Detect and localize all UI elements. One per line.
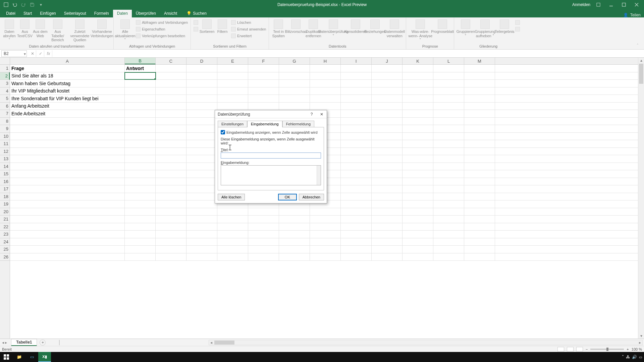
cell-C14[interactable] [156,163,186,170]
redo-icon[interactable] [20,1,27,8]
cell-G1[interactable] [279,65,310,72]
cell-F15[interactable] [248,170,279,178]
row-header[interactable]: 15 [0,170,10,178]
cell-E25[interactable] [217,246,248,253]
cell-A20[interactable] [10,208,125,216]
qat-dropdown-icon[interactable]: ▾ [38,1,44,8]
name-box[interactable]: B2▾ [1,50,27,57]
cell-J17[interactable] [372,185,402,193]
cell-J24[interactable] [372,238,402,246]
cell-F1[interactable] [248,65,279,72]
cell-G10[interactable] [279,133,310,140]
cell-G19[interactable] [279,200,310,208]
cell-K16[interactable] [402,178,433,185]
cell-E18[interactable] [217,193,248,200]
cell-A17[interactable] [10,185,125,193]
cell-E1[interactable] [217,65,248,72]
cell-B2[interactable] [125,72,156,80]
recent-sources-button[interactable]: Zuletzt verwendete Quellen [68,19,92,42]
cell-H7[interactable] [310,110,341,117]
cell-G8[interactable] [279,118,310,125]
cell-A22[interactable] [10,223,125,231]
cell-K9[interactable] [402,125,433,132]
cell-B19[interactable] [125,200,156,208]
cell-J25[interactable] [372,246,402,253]
cell-H25[interactable] [310,246,341,253]
tab-review[interactable]: Überprüfen [132,10,160,17]
cell-B24[interactable] [125,238,156,246]
from-web-button[interactable]: Aus dem Web [33,19,48,38]
tray-lang-icon[interactable]: ▭ [639,355,642,359]
cell-B5[interactable] [125,95,156,102]
cell-K14[interactable] [402,163,433,170]
cell-I17[interactable] [341,185,372,193]
cell-G23[interactable] [279,231,310,238]
cell-H22[interactable] [310,223,341,231]
cell-H11[interactable] [310,140,341,147]
cell-K18[interactable] [402,193,433,200]
cell-L3[interactable] [433,80,464,87]
cell-B10[interactable] [125,133,156,140]
what-if-button[interactable]: Was-wäre-wenn- Analyse ˅ [408,19,432,42]
cell-J5[interactable] [372,95,402,102]
cell-F9[interactable] [248,125,279,132]
cell-K17[interactable] [402,185,433,193]
row-header[interactable]: 1 [0,65,10,72]
cell-D1[interactable] [186,65,217,72]
cell-E22[interactable] [217,223,248,231]
cancel-formula-icon[interactable]: ✕ [29,50,36,57]
cell-E23[interactable] [217,231,248,238]
cell-E26[interactable] [217,253,248,261]
cell-K5[interactable] [402,95,433,102]
cell-H23[interactable] [310,231,341,238]
cell-M11[interactable] [464,140,495,147]
cell-D9[interactable] [186,125,217,132]
cell-L7[interactable] [433,110,464,117]
row-header[interactable]: 24 [0,238,10,246]
cell-D26[interactable] [186,253,217,261]
cell-I7[interactable] [341,110,372,117]
sort-button[interactable]: Sortieren [200,19,214,34]
new-sheet-button[interactable]: + [40,340,46,346]
cell-E5[interactable] [217,95,248,102]
cell-B3[interactable] [125,80,156,87]
cell-C11[interactable] [156,140,186,147]
cell-K2[interactable] [402,72,433,80]
cell-K22[interactable] [402,223,433,231]
cell-C15[interactable] [156,170,186,178]
cell-D13[interactable] [186,155,217,163]
cell-L15[interactable] [433,170,464,178]
cell-I11[interactable] [341,140,372,147]
cell-E13[interactable] [217,155,248,163]
cell-C21[interactable] [156,216,186,223]
cell-J11[interactable] [372,140,402,147]
cell-F3[interactable] [248,80,279,87]
chevron-down-icon[interactable]: ▾ [24,52,26,56]
cell-G14[interactable] [279,163,310,170]
cell-C12[interactable] [156,148,186,155]
column-header[interactable]: C [156,58,186,64]
cell-C19[interactable] [156,200,186,208]
cell-A19[interactable] [10,200,125,208]
cell-J22[interactable] [372,223,402,231]
properties-button[interactable]: Eigenschaften [135,26,189,32]
cell-F4[interactable] [248,87,279,95]
cell-A13[interactable] [10,155,125,163]
cell-I5[interactable] [341,95,372,102]
zoom-level[interactable]: 100 % [632,347,642,351]
cell-B25[interactable] [125,246,156,253]
tab-home[interactable]: Start [19,10,36,17]
cell-E24[interactable] [217,238,248,246]
cell-J8[interactable] [372,118,402,125]
row-header[interactable]: 4 [0,87,10,95]
save-icon[interactable] [29,1,36,8]
column-header[interactable]: J [372,58,402,64]
cell-E17[interactable] [217,185,248,193]
row-header[interactable]: 16 [0,178,10,186]
cell-C20[interactable] [156,208,186,216]
cell-H9[interactable] [310,125,341,132]
cell-F17[interactable] [248,185,279,193]
relationships-button[interactable]: Beziehungen [366,19,384,34]
cell-D4[interactable] [186,87,217,95]
cell-B9[interactable] [125,125,156,132]
